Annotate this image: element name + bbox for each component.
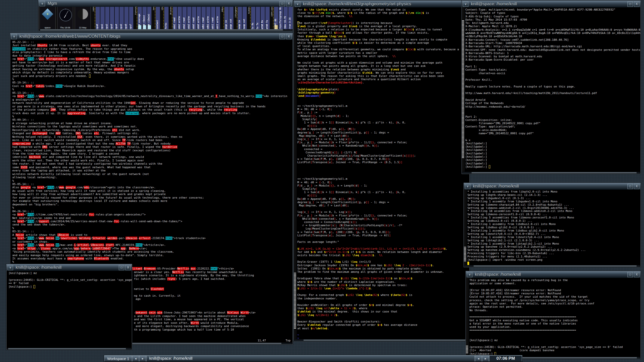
close-icon[interactable]: X xyxy=(286,34,292,39)
terminal-line: This problem may also be caused by a ref… xyxy=(469,279,640,282)
terminal-line: Do[d0 = Append[d0, F[d0, p]], {M}]; xyxy=(297,197,469,201)
workspace-next-icon[interactable]: ► xyxy=(139,355,146,361)
horizontal-scrollbar[interactable] xyxy=(294,339,469,341)
shade-icon[interactable]: ∨ xyxy=(465,184,470,189)
meter-bar: cpu0 xyxy=(96,7,100,29)
workspace-prev-icon[interactable]: ◄ xyxy=(132,355,139,361)
terminal-line: n}]]]; xyxy=(297,194,469,197)
close-icon[interactable]: X xyxy=(634,184,639,189)
window-title: Mgm xyxy=(46,1,278,6)
terminal-text[interactable]: * Installing 5 assemblies from libgtk2.0… xyxy=(464,190,640,265)
meter-scale-label: 8 proc(s) xyxy=(134,7,137,29)
terminal-line: [knill@abel:] xyxy=(465,165,640,168)
task-prev-icon[interactable]: ◄ xyxy=(475,355,482,361)
maximize-icon[interactable]: □ xyxy=(627,272,633,277)
terminal-line: == 0' failed xyxy=(9,282,131,285)
terminal-line: at most $n/\delta$. xyxy=(297,327,469,330)
meter-bar-label: cpu5 xyxy=(119,7,124,29)
terminal-line: Setting up libnotify0.4-cil (0.4.0~r3032… xyxy=(467,233,640,236)
terminal-line: process, check the setting of /proc/sys/… xyxy=(469,299,640,302)
terminal-line: ~ xyxy=(297,337,469,339)
workspace-button[interactable]: Workspace 1 xyxy=(104,355,132,361)
maximize-icon[interactable]: □ xyxy=(279,1,285,6)
window-title: knill@space: /home/knill/text3/graphgeom… xyxy=(301,2,468,7)
terminal-line: Do[d0 = Append[d0, F[d0, p]], {M}]; xyxy=(297,127,469,131)
titlebar[interactable]: ∨ knill@space: /home/knill □ X xyxy=(462,1,640,8)
terminal-text[interactable]: [knill@space:] mz (process:24445): GLib-… xyxy=(7,271,132,348)
titlebar[interactable]: ∨ knill@space: /home/knill □ X xyxy=(7,264,132,271)
terminal-line: David Arnold xyxy=(465,98,640,102)
terminal-line: Content-Type: text/plain; xyxy=(465,68,640,71)
terminal-line: * Installing 5 assemblies from libgtk2.0… xyxy=(467,190,640,194)
meter-bar: sda5 write xyxy=(197,7,201,29)
titlebar[interactable]: ∨ knill@space: /home/knill/text3/graphge… xyxy=(294,1,469,8)
terminal-line: close to $r/{\rm dim}$, where $r$ is the… xyxy=(297,11,469,15)
maximize-icon[interactable]: □ xyxy=(627,184,633,189)
maximize-icon[interactable]: □ xyxy=(627,2,633,7)
horizontal-scrollbar[interactable] xyxy=(462,172,640,173)
terminal-line: ListPlot[Transpose[u], Joined -> True, P… xyxy=(297,161,469,164)
terminal-line xyxy=(297,207,469,210)
shade-icon[interactable]: ∨ xyxy=(295,2,300,7)
terminal-line: << ~/text3/graphgeometry/all.m xyxy=(297,177,469,180)
shade-icon[interactable]: ∨ xyxy=(11,34,17,39)
maximize-icon[interactable]: □ xyxy=(279,34,285,39)
terminal-line xyxy=(297,167,469,171)
meter-bar: forks xyxy=(164,7,169,29)
terminal-line: Part 1: xyxy=(465,65,640,68)
terminal-line: log[x_] := If[x == 0, 1, Log[x]]; xyxy=(297,210,469,214)
moon-widget: 22 May xyxy=(75,7,91,29)
terminal-line xyxy=(465,88,640,92)
close-icon[interactable]: X xyxy=(125,265,131,270)
meter-bar: lo Tx xyxy=(256,7,260,29)
terminal-line: % xyxy=(12,227,292,230)
terminal-line xyxy=(465,82,640,85)
close-icon[interactable]: X xyxy=(634,2,639,7)
terminal-line: =n3BslyFRqc0A:10 a=QEkGX9cb6z4A:10 xyxy=(465,35,640,38)
meter-group: 512kB/slo Rxlo Txeth0 Rxeth0 Tx xyxy=(248,7,270,29)
titlebar[interactable]: ∨ knill@space: /home/knill □ X xyxy=(466,271,640,278)
horizontal-scrollbar[interactable] xyxy=(7,348,131,349)
terminal-line xyxy=(469,342,640,345)
terminal-line: [knill@space:] import -window root scree… xyxy=(467,258,640,262)
task-next-icon[interactable]: ► xyxy=(482,355,489,361)
shade-icon[interactable]: ∨ xyxy=(39,1,45,6)
titlebar[interactable]: ∨ Mgm □ X xyxy=(38,0,293,7)
terminal-line: Module[{}, n = Length[d] - 1; xyxy=(297,114,469,118)
terminal-line: not have to worry</a> but it is a matter… xyxy=(12,61,292,64)
terminal-text[interactable]: Content-Type: multipart/mixed; boundary=… xyxy=(462,7,640,172)
task-button[interactable]: knill@space: /home/knill xyxy=(146,355,475,361)
shade-icon[interactable]: ∨ xyxy=(463,2,468,7)
horizontal-scrollbar[interactable] xyxy=(464,265,640,267)
terminal-line: [knill@abel:] xyxy=(465,155,640,158)
space-label: space xyxy=(40,26,55,29)
titlebar[interactable]: ∨ knill@space: /home/knill/web1/www/CONT… xyxy=(10,33,293,40)
terminal-line xyxy=(297,244,469,247)
terminal-line xyxy=(297,58,469,61)
terminal-text[interactable]: This problem may also be caused by a ref… xyxy=(466,278,640,357)
terminal-line: Simplify[ xyxy=(297,118,469,121)
terminal-line: Setting up libgtk-sharp-beans-cil (2.14.… xyxy=(467,194,640,197)
terminal-line: 05-19-14:: :: xyxy=(12,81,292,84)
meter-bar-label: /run 3.1G xyxy=(288,7,293,29)
meter-bar-label: cpu1 xyxy=(100,7,105,29)
terminal-line: of the private company JRM. They often r… xyxy=(12,108,292,111)
terminal-line: Cool <a href="rubik/index.html">Google R… xyxy=(12,84,292,88)
terminal-text[interactable]: for $n \to \infty$ exists almost surely.… xyxy=(294,7,469,339)
space-widget: ✦ space xyxy=(39,7,56,29)
titlebar[interactable]: ∨ knill@space: /home/knill □ X xyxy=(464,183,640,190)
terminal-line: To allow an analogy from differential ge… xyxy=(297,48,469,51)
terminal-line xyxy=(469,335,640,339)
terminal-line: Content-Disposition: inline; xyxy=(465,118,640,122)
close-icon[interactable]: X xyxy=(634,272,639,277)
shade-icon[interactable]: ∨ xyxy=(8,265,13,270)
meter-bar-label: sda5 read xyxy=(192,7,196,29)
terminal-line: <a href="http://www.heise.de/mac-and-i/a… xyxy=(12,243,292,247)
close-icon[interactable]: X xyxy=(286,1,292,6)
meter-bar: sdb1 read xyxy=(202,7,206,29)
terminal-line: $\delta$ is the minimal degree. this sho… xyxy=(297,310,469,313)
shade-icon[interactable]: ∨ xyxy=(467,272,472,277)
maximize-icon[interactable]: □ xyxy=(119,265,124,270)
meter-bar-label: sdc1 read xyxy=(211,7,215,29)
horizontal-scrollbar[interactable] xyxy=(39,29,292,31)
